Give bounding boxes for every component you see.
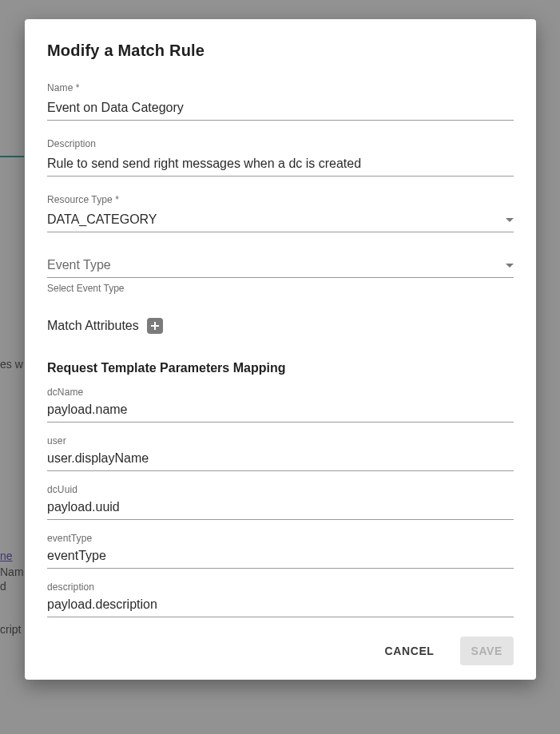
name-input[interactable] [47, 97, 514, 121]
param-description-field: description [47, 581, 514, 617]
param-description-input[interactable] [47, 596, 514, 617]
param-dcname-input[interactable] [47, 401, 514, 423]
description-field: Description [47, 138, 514, 177]
name-label: Name * [47, 82, 514, 93]
chevron-down-icon [506, 264, 514, 268]
param-user-label: user [47, 435, 514, 446]
param-eventtype-input[interactable] [47, 547, 514, 569]
description-label: Description [47, 138, 514, 149]
param-description-label: description [47, 581, 514, 593]
param-dcname-field: dcName [47, 387, 514, 423]
event-type-field: Event Type Select Event Type [47, 255, 514, 294]
params-section-title: Request Template Parameters Mapping [47, 361, 514, 375]
param-dcname-label: dcName [47, 387, 514, 398]
add-match-attribute-button[interactable] [147, 318, 163, 334]
event-type-helper: Select Event Type [47, 283, 514, 294]
cancel-button[interactable]: CANCEL [374, 637, 446, 665]
save-button[interactable]: SAVE [460, 637, 514, 665]
name-field: Name * [47, 82, 514, 121]
match-attributes-label: Match Attributes [47, 319, 139, 333]
match-attributes-row: Match Attributes [47, 318, 514, 334]
param-user-field: user [47, 435, 514, 471]
resource-type-label: Resource Type * [47, 194, 514, 205]
param-dcuuid-label: dcUuid [47, 484, 514, 495]
description-input[interactable] [47, 153, 514, 177]
param-eventtype-field: eventType [47, 533, 514, 569]
dialog-title: Modify a Match Rule [47, 42, 514, 60]
chevron-down-icon [506, 218, 514, 222]
resource-type-select[interactable]: DATA_CATEGORY [47, 209, 514, 232]
param-dcuuid-field: dcUuid [47, 484, 514, 520]
event-type-placeholder: Event Type [47, 258, 111, 272]
resource-type-field: Resource Type * DATA_CATEGORY [47, 194, 514, 232]
param-dcuuid-input[interactable] [47, 498, 514, 520]
event-type-select[interactable]: Event Type [47, 255, 514, 278]
resource-type-value: DATA_CATEGORY [47, 212, 157, 227]
dialog-actions: CANCEL SAVE [47, 637, 514, 665]
param-user-input[interactable] [47, 450, 514, 471]
plus-icon [150, 321, 160, 331]
modify-match-rule-dialog: Modify a Match Rule Name * Description R… [25, 19, 536, 680]
param-eventtype-label: eventType [47, 533, 514, 544]
